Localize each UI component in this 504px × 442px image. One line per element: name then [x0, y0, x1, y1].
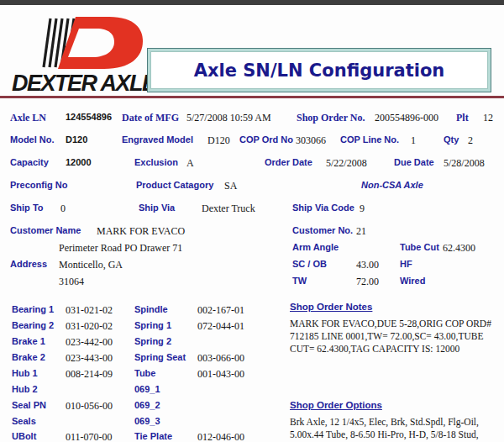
part-label: Brake 1	[12, 336, 45, 346]
ship-via-code-label: Ship Via Code	[292, 203, 354, 213]
part-value: 072-044-01	[197, 320, 244, 333]
tube-cut-value: 62.4300	[443, 242, 475, 255]
order-date-label: Order Date	[265, 157, 312, 167]
product-catagory-value: SA	[224, 180, 237, 192]
address-line2: Monticello, GA	[59, 259, 123, 271]
due-date-label: Due Date	[394, 157, 434, 167]
note-line: 712185 LINE 0001,TW= 72.00,SC= 43.00,TUB…	[290, 331, 484, 341]
preconfig-no-label: Preconfig No	[10, 180, 67, 190]
wired-label: Wired	[400, 276, 425, 286]
part-value: 023-442-00	[66, 336, 113, 349]
part-label: Spring 2	[134, 336, 171, 346]
part-value: 031-021-02	[66, 304, 113, 317]
model-no-label: Model No.	[10, 134, 55, 145]
part-label: 069_3	[134, 416, 160, 426]
ship-via-code-value: 9	[360, 203, 365, 215]
part-label: Hub 2	[12, 384, 38, 394]
part-value: 001-043-00	[197, 368, 244, 381]
part-label: UBolt	[12, 431, 36, 441]
page-title: Axle SN/LN Configuration	[194, 61, 445, 81]
note-line: CUT= 62.4300,TAG CAPACITY IS: 12000	[290, 344, 459, 354]
part-value: 031-020-02	[66, 320, 113, 333]
part-value: 011-070-00	[66, 431, 113, 442]
order-date-value: 5/22/2008	[326, 157, 367, 170]
axle-ln-value: 124554896	[66, 112, 112, 122]
part-value: 008-214-09	[66, 368, 113, 381]
ship-to-value: 0	[60, 203, 66, 215]
tw-value: 72.00	[356, 276, 379, 288]
customer-no-value: 21	[356, 225, 366, 238]
part-label: Bearing 2	[12, 320, 54, 330]
shop-order-no-label: Shop Order No.	[297, 112, 365, 124]
part-label: Bearing 1	[12, 304, 54, 314]
dexter-d-icon: DEXTER AXLE	[12, 15, 155, 96]
logo-wordmark: DEXTER AXLE	[12, 71, 155, 96]
dexter-axle-logo: DEXTER AXLE	[12, 15, 155, 96]
capacity-value: 12000	[66, 157, 92, 167]
part-label: 069_2	[134, 400, 160, 410]
ship-via-value: Dexter Truck	[202, 203, 255, 215]
cop-ord-no-label: COP Ord No	[239, 134, 293, 145]
shop-order-no-value: 200554896-000	[375, 112, 438, 124]
product-catagory-label: Product Catagory	[136, 180, 213, 190]
engraved-model-label: Engraved Model	[122, 134, 193, 145]
cop-line-no-value: 1	[411, 134, 416, 147]
part-value: 023-443-00	[66, 352, 113, 365]
qty-label: Qty	[444, 134, 459, 145]
part-value: 002-167-01	[197, 304, 244, 317]
qty-value: 2	[468, 134, 473, 147]
sc-ob-value: 43.00	[356, 259, 379, 271]
window-top-bar	[0, 0, 504, 5]
part-value: 003-066-00	[197, 352, 244, 365]
tube-cut-label: Tube Cut	[400, 242, 439, 252]
exclusion-value: A	[186, 157, 194, 170]
part-value: 012-046-00	[197, 431, 244, 442]
hf-label: HF	[400, 259, 412, 269]
option-line: Brk Axle, 12 1/4x5, Elec, Brk, Std.Spdl,…	[290, 417, 479, 427]
exclusion-label: Exclusion	[134, 157, 178, 167]
shop-order-options-title: Shop Order Options	[290, 400, 382, 410]
part-label: Spring 1	[134, 320, 171, 330]
ship-via-label: Ship Via	[139, 203, 175, 213]
part-label: Tube	[134, 368, 155, 378]
part-label: Seals	[12, 416, 36, 426]
part-label: Spring Seat	[134, 352, 186, 362]
address-line3: 31064	[59, 276, 84, 288]
shop-order-notes-title: Shop Order Notes	[290, 302, 372, 312]
note-line: MARK FOR EVACO,DUE 5-28,ORIG COP ORD#	[290, 318, 491, 329]
customer-no-label: Customer No.	[292, 225, 353, 235]
date-of-mfg-label: Date of MFG	[122, 112, 179, 124]
arm-angle-label: Arm Angle	[292, 242, 339, 252]
non-csa-axle-flag: Non-CSA Axle	[361, 180, 423, 190]
part-label: Hub 1	[12, 368, 38, 378]
address-label: Address	[10, 259, 47, 269]
model-no-value: D120	[66, 134, 87, 145]
date-of-mfg-value: 5/27/2008 10:59 AM	[186, 112, 271, 124]
sc-ob-label: SC / OB	[292, 259, 327, 269]
customer-name-label: Customer Name	[10, 225, 81, 235]
address-line1: Perimeter Road PO Drawer 71	[59, 242, 182, 255]
engraved-model-value: D120	[207, 134, 230, 147]
tw-label: TW	[292, 276, 307, 286]
capacity-label: Capacity	[10, 157, 49, 167]
part-label: Tie Plate	[134, 431, 172, 441]
axle-configuration-report: DEXTER AXLE Axle SN/LN Configuration Axl…	[0, 0, 504, 442]
part-label: Brake 2	[12, 352, 45, 362]
part-label: 069_1	[134, 384, 160, 394]
axle-ln-label: Axle LN	[10, 112, 46, 124]
ship-to-label: Ship To	[10, 203, 44, 213]
part-value: 010-056-00	[66, 400, 113, 413]
report-title-box: Axle SN/LN Configuration	[147, 48, 491, 92]
part-label: Spindle	[134, 304, 168, 314]
cop-ord-no-value: 303066	[296, 134, 326, 147]
due-date-value: 5/28/2008	[444, 157, 485, 170]
plt-label: Plt	[456, 112, 469, 124]
plt-value: 12	[483, 112, 493, 124]
option-line: 5.00x.44 Tube, 8-6.50 Hi-Pro, H-D, 5/8-1…	[290, 429, 479, 439]
header-divider	[0, 96, 504, 98]
part-label: Seal PN	[12, 400, 46, 410]
customer-name-value: MARK FOR EVACO	[97, 225, 185, 238]
cop-line-no-label: COP Line No.	[340, 134, 399, 145]
